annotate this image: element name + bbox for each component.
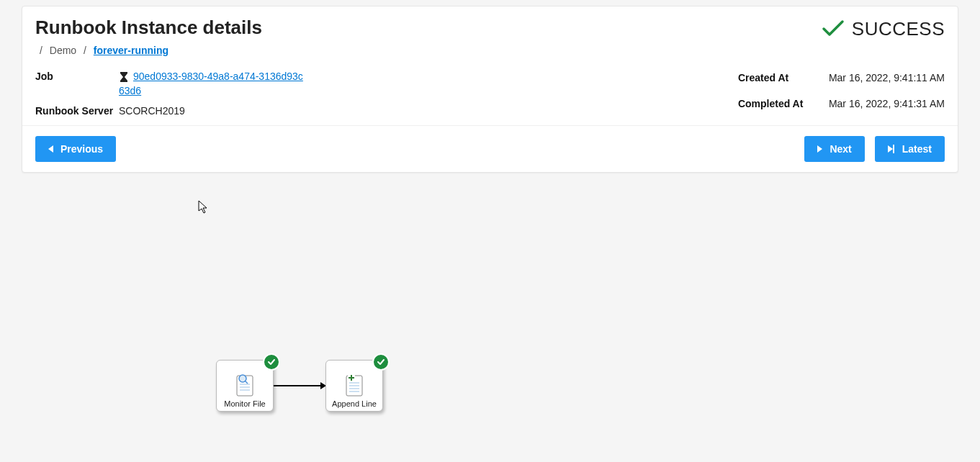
triangle-right-icon (817, 145, 822, 153)
success-check-icon (372, 353, 390, 371)
previous-label: Previous (60, 143, 103, 155)
details-card: Runbook Instance details SUCCESS / Demo … (22, 6, 958, 173)
server-label: Runbook Server (35, 105, 114, 117)
latest-button[interactable]: Latest (875, 136, 945, 162)
triangle-left-icon (48, 145, 53, 153)
skip-forward-icon (888, 145, 895, 153)
diagram-node-label: Append Line (332, 399, 377, 408)
document-plus-icon (341, 371, 367, 399)
left-properties: Job 90ed0933-9830-49a8-a474-3136d93c63d6… (35, 71, 306, 117)
job-label: Job (35, 71, 114, 96)
created-value: Mar 16, 2022, 9:41:11 AM (829, 72, 945, 91)
success-check-icon (263, 353, 280, 371)
diagram-node-append-line[interactable]: Append Line (325, 360, 383, 412)
workflow-diagram: Monitor File Append Line (216, 360, 383, 412)
server-value: SCORCH2019 (119, 105, 306, 117)
next-label: Next (830, 143, 851, 155)
diagram-node-monitor-file[interactable]: Monitor File (216, 360, 274, 412)
next-button[interactable]: Next (804, 136, 864, 162)
latest-label: Latest (902, 143, 932, 155)
right-properties: Created At Mar 16, 2022, 9:41:11 AM Comp… (738, 72, 945, 117)
completed-value: Mar 16, 2022, 9:41:31 AM (829, 98, 945, 117)
diagram-connector (274, 385, 325, 386)
job-id-link[interactable]: 90ed0933-9830-49a8-a474-3136d93c63d6 (119, 71, 303, 96)
breadcrumb-separator: / (40, 45, 42, 56)
breadcrumb: / Demo / forever-running (35, 45, 945, 56)
status-text: SUCCESS (852, 18, 945, 40)
created-label: Created At (738, 72, 824, 91)
breadcrumb-current-link[interactable]: forever-running (94, 45, 168, 56)
status-badge: SUCCESS (822, 18, 945, 40)
document-magnify-icon (232, 371, 258, 399)
hourglass-icon (119, 71, 129, 85)
diagram-node-label: Monitor File (224, 399, 265, 408)
breadcrumb-separator: / (84, 45, 86, 56)
previous-button[interactable]: Previous (35, 136, 116, 162)
button-row: Previous Next Latest (22, 125, 958, 172)
page-title: Runbook Instance details (35, 17, 262, 39)
breadcrumb-parent: Demo (50, 45, 76, 56)
completed-label: Completed At (738, 98, 824, 117)
mouse-cursor-icon (198, 200, 210, 217)
check-icon (822, 19, 845, 40)
